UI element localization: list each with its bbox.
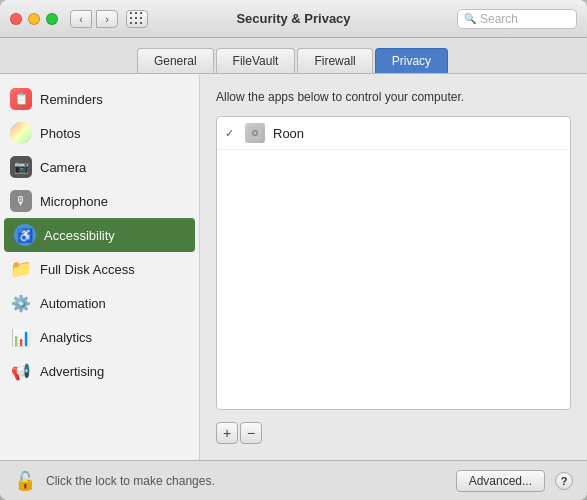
sidebar-item-label: Microphone	[40, 194, 108, 209]
sidebar-item-photos[interactable]: Photos	[0, 116, 199, 150]
window-title: Security & Privacy	[236, 11, 350, 26]
grid-button[interactable]	[126, 10, 148, 28]
search-icon: 🔍	[464, 13, 476, 24]
traffic-lights	[10, 13, 58, 25]
title-bar: ‹ › Security & Privacy 🔍 Search	[0, 0, 587, 38]
sidebar-item-microphone[interactable]: 🎙 Microphone	[0, 184, 199, 218]
sidebar: 📋 Reminders Photos 📷 Camera 🎙	[0, 74, 200, 460]
advertising-icon: 📢	[10, 360, 32, 382]
sidebar-item-label: Photos	[40, 126, 80, 141]
microphone-icon: 🎙	[10, 190, 32, 212]
photos-icon	[10, 122, 32, 144]
main-content: 📋 Reminders Photos 📷 Camera 🎙	[0, 74, 587, 460]
svg-point-2	[254, 132, 257, 135]
tab-filevault[interactable]: FileVault	[216, 48, 296, 73]
close-button[interactable]	[10, 13, 22, 25]
sidebar-item-label: Reminders	[40, 92, 103, 107]
sidebar-item-label: Automation	[40, 296, 106, 311]
sidebar-item-label: Accessibility	[44, 228, 115, 243]
tab-bar: General FileVault Firewall Privacy	[0, 38, 587, 74]
right-panel: Allow the apps below to control your com…	[200, 74, 587, 460]
lock-text: Click the lock to make changes.	[46, 474, 446, 488]
app-name: Roon	[273, 126, 304, 141]
sidebar-item-label: Full Disk Access	[40, 262, 135, 277]
app-icon	[245, 123, 265, 143]
grid-icon	[130, 12, 144, 26]
minimize-button[interactable]	[28, 13, 40, 25]
maximize-button[interactable]	[46, 13, 58, 25]
search-placeholder: Search	[480, 12, 518, 26]
nav-buttons: ‹ ›	[70, 10, 118, 28]
search-box[interactable]: 🔍 Search	[457, 9, 577, 29]
tab-privacy[interactable]: Privacy	[375, 48, 448, 73]
remove-button[interactable]: −	[240, 422, 262, 444]
analytics-icon: 📊	[10, 326, 32, 348]
gear-icon: ⚙️	[10, 292, 32, 314]
panel-description: Allow the apps below to control your com…	[216, 90, 571, 104]
forward-button[interactable]: ›	[96, 10, 118, 28]
sidebar-item-analytics[interactable]: 📊 Analytics	[0, 320, 199, 354]
sidebar-item-automation[interactable]: ⚙️ Automation	[0, 286, 199, 320]
sidebar-item-label: Analytics	[40, 330, 92, 345]
sidebar-item-camera[interactable]: 📷 Camera	[0, 150, 199, 184]
add-button[interactable]: +	[216, 422, 238, 444]
advanced-button[interactable]: Advanced...	[456, 470, 545, 492]
list-actions: + −	[216, 422, 571, 444]
help-button[interactable]: ?	[555, 472, 573, 490]
sidebar-item-advertising[interactable]: 📢 Advertising	[0, 354, 199, 388]
tab-firewall[interactable]: Firewall	[297, 48, 372, 73]
sidebar-item-reminders[interactable]: 📋 Reminders	[0, 82, 199, 116]
sidebar-item-accessibility[interactable]: ♿ Accessibility	[4, 218, 195, 252]
window: ‹ › Security & Privacy 🔍 Search General …	[0, 0, 587, 500]
accessibility-icon: ♿	[14, 224, 36, 246]
check-icon: ✓	[225, 127, 237, 140]
camera-icon: 📷	[10, 156, 32, 178]
app-list: ✓ Roon	[216, 116, 571, 410]
sidebar-item-label: Advertising	[40, 364, 104, 379]
sidebar-item-label: Camera	[40, 160, 86, 175]
folder-icon: 📁	[10, 258, 32, 280]
tab-general[interactable]: General	[137, 48, 214, 73]
lock-icon[interactable]: 🔓	[14, 470, 36, 492]
list-item: ✓ Roon	[217, 117, 570, 150]
back-button[interactable]: ‹	[70, 10, 92, 28]
reminders-icon: 📋	[10, 88, 32, 110]
sidebar-item-full-disk-access[interactable]: 📁 Full Disk Access	[0, 252, 199, 286]
bottom-bar: 🔓 Click the lock to make changes. Advanc…	[0, 460, 587, 500]
